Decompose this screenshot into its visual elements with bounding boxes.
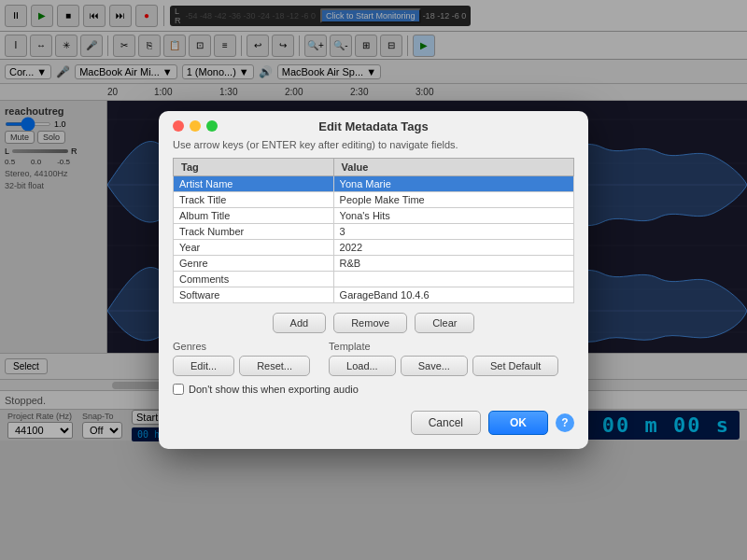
metadata-table: Tag Value Artist NameTrack TitleAlbum Ti… [173,158,574,303]
dialog-titlebar: Edit Metadata Tags [159,111,588,139]
tag-cell: Track Title [174,192,334,208]
tag-cell: Year [174,240,334,256]
table-row[interactable]: Comments [174,272,574,287]
value-cell[interactable] [333,208,573,224]
modal-overlay: Edit Metadata Tags Use arrow keys (or EN… [0,0,747,560]
value-input[interactable] [340,194,568,205]
edit-metadata-dialog: Edit Metadata Tags Use arrow keys (or EN… [159,111,588,449]
value-cell[interactable] [333,272,573,287]
tag-column-header: Tag [174,159,334,176]
template-buttons: Load... Save... Set Default [329,356,558,376]
dialog-instruction: Use arrow keys (or ENTER key after editi… [173,139,574,150]
table-row[interactable]: Software [174,287,574,303]
close-button[interactable] [173,120,184,132]
genres-section: Genres Edit... Reset... [173,341,310,376]
set-default-button[interactable]: Set Default [472,356,558,376]
maximize-button[interactable] [206,120,218,132]
tag-cell: Software [174,287,334,303]
dont-show-label: Don't show this when exporting audio [189,384,359,395]
table-row[interactable]: Genre [174,256,574,272]
template-section: Template Load... Save... Set Default [329,341,558,376]
add-button[interactable]: Add [273,313,327,333]
value-input[interactable] [340,178,568,189]
table-row[interactable]: Track Title [174,192,574,208]
table-row[interactable]: Artist Name [174,176,574,192]
value-input[interactable] [340,226,568,237]
value-cell[interactable] [333,176,573,192]
table-header-row: Tag Value [174,159,574,176]
ok-button[interactable]: OK [488,411,548,435]
save-button[interactable]: Save... [401,356,468,376]
dont-show-checkbox[interactable] [173,384,184,395]
value-input[interactable] [340,242,568,253]
value-input[interactable] [340,210,568,221]
dialog-body: Use arrow keys (or ENTER key after editi… [159,139,588,449]
window-controls [173,120,218,132]
genres-reset-button[interactable]: Reset... [239,356,310,376]
minimize-button[interactable] [190,120,201,132]
value-cell[interactable] [333,256,573,272]
tag-cell: Comments [174,272,334,287]
help-button[interactable]: ? [556,413,574,432]
value-input[interactable] [340,273,568,285]
tag-cell: Track Number [174,224,334,240]
value-cell[interactable] [333,192,573,208]
value-input[interactable] [340,289,568,301]
value-cell[interactable] [333,240,573,256]
genre-template-row: Genres Edit... Reset... Template Load...… [173,341,574,376]
clear-button[interactable]: Clear [415,313,474,333]
table-row[interactable]: Track Number [174,224,574,240]
tag-cell: Genre [174,256,334,272]
action-buttons-row: Add Remove Clear [173,313,574,333]
value-input[interactable] [340,258,568,269]
checkbox-row: Don't show this when exporting audio [173,384,574,395]
genres-label: Genres [173,341,310,352]
template-label: Template [329,341,558,352]
tag-cell: Artist Name [174,176,334,192]
dialog-footer: Cancel OK ? [173,406,574,435]
value-cell[interactable] [333,287,573,303]
genres-buttons: Edit... Reset... [173,356,310,376]
dialog-title: Edit Metadata Tags [318,119,429,133]
value-cell[interactable] [333,224,573,240]
remove-button[interactable]: Remove [333,313,407,333]
table-row[interactable]: Album Title [174,208,574,224]
cancel-button[interactable]: Cancel [411,411,481,435]
genres-edit-button[interactable]: Edit... [173,356,234,376]
load-button[interactable]: Load... [329,356,396,376]
table-row[interactable]: Year [174,240,574,256]
tag-cell: Album Title [174,208,334,224]
value-column-header: Value [333,159,573,176]
